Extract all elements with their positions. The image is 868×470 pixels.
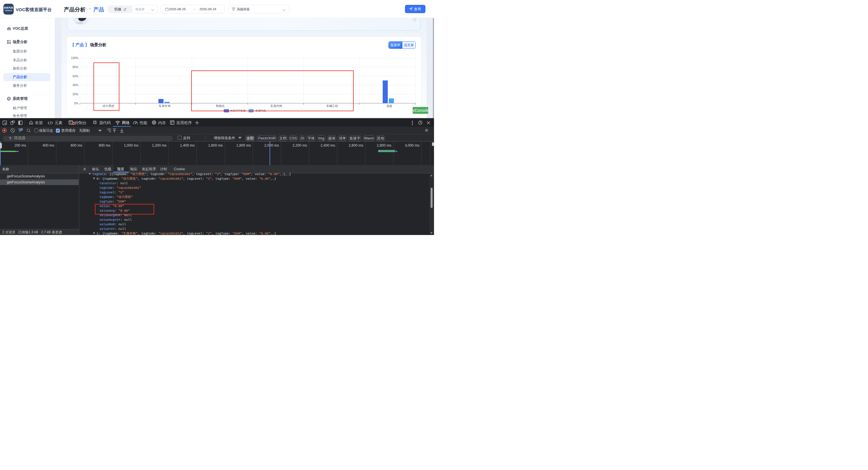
svg-text:1,200 ms: 1,200 ms — [152, 143, 166, 147]
svg-text:1,800 ms: 1,800 ms — [236, 143, 251, 147]
svg-text:2,200 ms: 2,200 ms — [292, 143, 307, 147]
svg-text:2,400 ms: 2,400 ms — [320, 143, 335, 147]
svg-text:2,600 ms: 2,600 ms — [348, 143, 363, 147]
svg-text:3,000 ms: 3,000 ms — [405, 143, 420, 147]
svg-text:2,800 ms: 2,800 ms — [377, 143, 391, 147]
svg-text:底盘: 底盘 — [386, 105, 393, 108]
svg-text:200 ms: 200 ms — [14, 143, 26, 147]
svg-text:80%: 80% — [72, 65, 79, 68]
svg-text:40%: 40% — [72, 84, 79, 87]
svg-text:100%: 100% — [71, 56, 78, 60]
svg-text:20%: 20% — [72, 93, 79, 96]
svg-text:0%: 0% — [74, 101, 79, 105]
svg-text:400 ms: 400 ms — [42, 143, 54, 147]
svg-text:2,000 ms: 2,000 ms — [265, 143, 279, 147]
svg-text:1,600 ms: 1,600 ms — [208, 143, 222, 147]
svg-text:600 ms: 600 ms — [71, 143, 82, 147]
svg-text:60%: 60% — [72, 75, 79, 78]
svg-text:车身外饰: 车身外饰 — [159, 105, 171, 108]
svg-text:1,400 ms: 1,400 ms — [180, 143, 195, 147]
svg-text:800 ms: 800 ms — [99, 143, 110, 147]
svg-text:1,000 ms: 1,000 ms — [124, 143, 138, 147]
